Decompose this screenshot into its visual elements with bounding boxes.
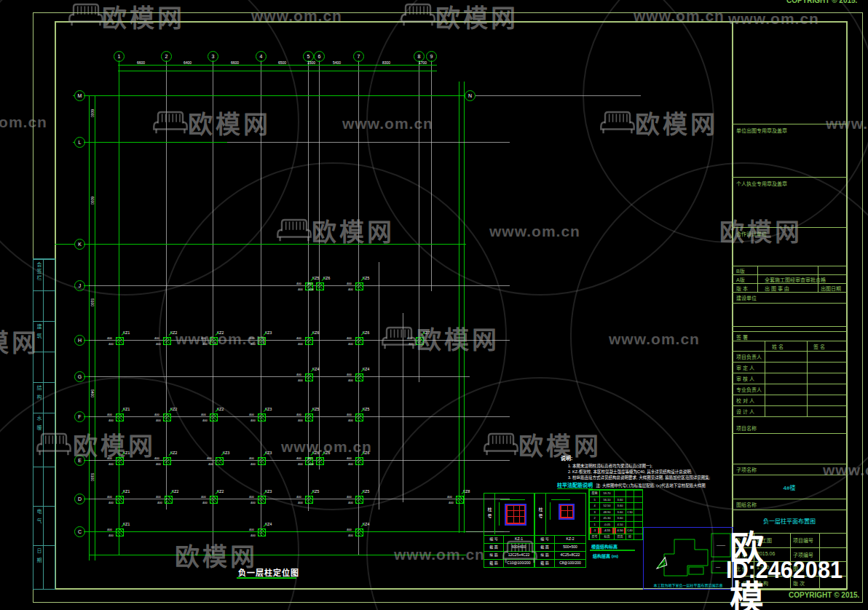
tb-hline <box>732 464 847 464</box>
column-dim: 400 <box>202 501 208 504</box>
signoff-cell <box>33 352 55 383</box>
detail-table-row: 截 面500×500 <box>535 543 585 551</box>
axis-leader <box>84 416 89 417</box>
column-symbol <box>163 337 171 345</box>
column-symbol <box>316 457 324 465</box>
tb-hline <box>732 227 847 228</box>
axis-leader <box>166 60 167 61</box>
column-dim: 400 <box>249 528 254 531</box>
elev-cell: 标高 <box>599 534 614 540</box>
axis-line-h <box>55 244 466 245</box>
column-dim: 400 <box>249 456 254 460</box>
column-dim: 400 <box>348 534 353 537</box>
tb-hline <box>732 283 847 284</box>
tb-stamp-personal: 个人执业专用章及盖章 <box>736 180 787 187</box>
notes-sub-text: 注: 大样图中代号( )为标准层配筋, (+)代表地下室柱配筋大样图 <box>596 483 705 488</box>
column-dim: 400 <box>249 336 254 340</box>
elev-cell: 屋面 <box>589 490 599 496</box>
copyright-top: COPYRIGHT © 2015. <box>786 0 857 4</box>
column-symbol <box>116 457 124 465</box>
detail-table-key: 纵 筋 <box>535 552 555 559</box>
section-dim-line <box>550 502 551 520</box>
detail-table-row: 截 面600×600 <box>484 543 534 551</box>
column-dim: 400 <box>347 528 352 531</box>
column-dim: 400 <box>348 379 353 382</box>
tb-bottom-cell: 版 次 <box>793 579 805 587</box>
tb-version-cell: 出图日期 <box>821 285 841 292</box>
elev-cell <box>634 534 642 540</box>
column-dim: 400 <box>249 413 254 416</box>
axis-line-h <box>89 555 466 555</box>
detail-side-label: 柱号 <box>535 494 546 534</box>
tb-sub-label: 子项名称 <box>736 466 757 473</box>
tb-vline <box>754 533 754 590</box>
column-dim: 400 <box>156 419 161 422</box>
column-symbol <box>116 413 124 421</box>
copyright-bottom: COPYRIGHT © 2015. <box>789 591 859 599</box>
grid-line-v <box>419 61 419 382</box>
column-symbol <box>210 337 218 345</box>
tb-hline <box>732 590 847 590</box>
column-dim: 400 <box>201 413 206 416</box>
grid-line-h <box>227 142 510 143</box>
detail-table-key: 纵 筋 <box>484 552 504 559</box>
column-dim: 400 <box>298 342 303 346</box>
column-dim: 400 <box>108 419 114 422</box>
dimension-text: 5100 <box>90 298 95 306</box>
column-dim: 400 <box>307 456 312 460</box>
grid-line-h <box>80 340 510 341</box>
tb-bottom-cell: 结 构 <box>757 579 768 587</box>
column-dim: 400 <box>348 501 353 504</box>
signoff-label: 结 构 <box>35 385 42 401</box>
detail-table-row: 编 号KZ-1 <box>484 535 534 543</box>
grid-line-v <box>403 313 403 502</box>
column-symbol <box>163 413 171 421</box>
column-symbol <box>355 337 363 345</box>
column-symbol <box>258 337 266 345</box>
column-dim: 400 <box>348 288 353 291</box>
elev-cell <box>626 490 634 496</box>
column-symbol <box>210 496 218 504</box>
column-dim: 400 <box>154 456 159 460</box>
svg-text:—: — <box>716 565 720 569</box>
tb-hline <box>732 292 847 293</box>
column-symbol <box>456 496 464 504</box>
dimension-text: 6400 <box>184 60 192 65</box>
column-dim: 400 <box>348 342 353 346</box>
tb-stamp-unit: 单位出图专用章及盖章 <box>736 127 787 134</box>
grid-line-v <box>213 61 213 555</box>
column-dim: 400 <box>296 336 301 340</box>
column-symbol <box>316 282 324 290</box>
dimension-text: 6000 <box>90 197 95 205</box>
axis-line-h <box>118 65 437 66</box>
section-rebar-grid <box>506 505 525 524</box>
elev-cell: 2 <box>589 515 599 521</box>
tb-sheet-value: 负一层柱平面布置图 <box>732 517 847 525</box>
column-symbol <box>416 337 424 345</box>
tb-vline <box>765 341 765 416</box>
column-dim: 400 <box>201 495 206 499</box>
elev-cell: 59.70 <box>599 490 614 496</box>
axis-bubble-right: N <box>465 90 476 101</box>
tb-bottom-cell: 子项编号 <box>793 551 813 558</box>
notes-heading: 说明: <box>561 456 572 461</box>
detail-table-value: C10@100/200 <box>504 560 534 567</box>
tb-sign-col: 姓 名 <box>772 343 784 350</box>
detail-table-key: 截 面 <box>535 544 555 551</box>
elev-cell <box>626 502 634 509</box>
detail-table-row: 箍 筋C8@100/200 <box>535 559 585 567</box>
elev-cell <box>634 527 642 534</box>
column-symbol <box>216 457 224 465</box>
detail-table-value: KZ-2 <box>555 536 585 543</box>
tb-bottom-cell: 1:100 <box>757 565 770 570</box>
detail-table-value: 500×500 <box>555 544 585 551</box>
axis-leader <box>84 531 89 532</box>
column-symbol <box>258 457 266 465</box>
column-dim: 400 <box>348 462 353 466</box>
tb-hline <box>732 303 847 304</box>
elev-cell: 48.90 <box>599 509 614 515</box>
axis-leader <box>84 460 89 461</box>
column-dim: 400 <box>156 462 161 466</box>
column-dim: 400 <box>296 456 301 460</box>
detail-table-value: 600×600 <box>504 544 534 551</box>
